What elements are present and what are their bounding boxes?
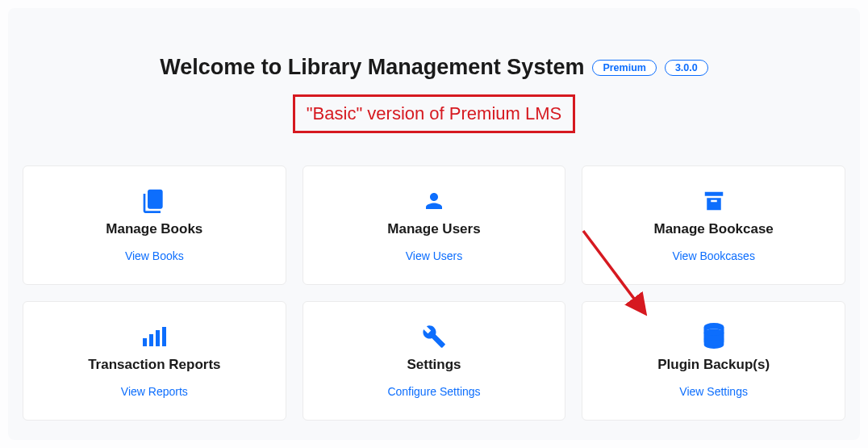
wrench-icon (311, 320, 557, 349)
subtitle-highlight-box: "Basic" version of Premium LMS (293, 94, 575, 133)
card-manage-users: Manage Users View Users (303, 165, 566, 285)
svg-rect-0 (143, 338, 147, 346)
main-container: Welcome to Library Management System Pre… (8, 8, 860, 440)
configure-settings-link[interactable]: Configure Settings (387, 385, 480, 398)
card-settings: Settings Configure Settings (303, 301, 566, 421)
card-manage-bookcase: Manage Bookcase View Bookcases (582, 165, 845, 285)
header-section: Welcome to Library Management System Pre… (23, 23, 845, 149)
svg-rect-1 (149, 334, 153, 346)
bar-chart-icon (31, 320, 278, 349)
view-users-link[interactable]: View Users (406, 249, 463, 262)
version-badge: 3.0.0 (665, 60, 708, 76)
svg-rect-2 (156, 330, 160, 346)
card-title: Manage Books (31, 221, 278, 237)
subtitle-text: "Basic" version of Premium LMS (307, 103, 561, 124)
card-title: Plugin Backup(s) (590, 357, 837, 373)
view-settings-link[interactable]: View Settings (679, 385, 748, 398)
user-icon (311, 184, 557, 213)
card-title: Manage Users (311, 221, 557, 237)
svg-rect-3 (162, 327, 166, 346)
card-plugin-backup: Plugin Backup(s) View Settings (582, 301, 845, 421)
database-icon (590, 320, 837, 349)
title-row: Welcome to Library Management System Pre… (23, 55, 845, 80)
book-icon (31, 184, 278, 213)
view-bookcases-link[interactable]: View Bookcases (672, 249, 754, 262)
card-title: Manage Bookcase (590, 221, 837, 237)
card-manage-books: Manage Books View Books (23, 165, 286, 285)
page-title: Welcome to Library Management System (160, 55, 584, 80)
cards-grid: Manage Books View Books Manage Users Vie… (23, 165, 845, 421)
archive-icon (590, 184, 837, 213)
view-reports-link[interactable]: View Reports (121, 385, 188, 398)
card-transaction-reports: Transaction Reports View Reports (23, 301, 286, 421)
card-title: Transaction Reports (31, 357, 278, 373)
card-title: Settings (311, 357, 557, 373)
premium-badge: Premium (592, 60, 657, 76)
view-books-link[interactable]: View Books (125, 249, 184, 262)
